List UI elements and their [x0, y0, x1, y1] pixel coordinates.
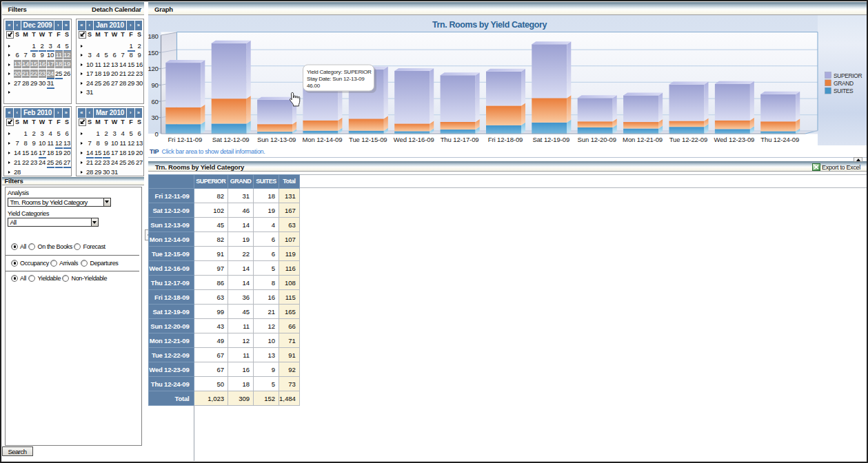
svg-text:30: 30 [152, 114, 159, 121]
svg-text:180: 180 [148, 32, 159, 40]
svg-text:120: 120 [148, 65, 159, 72]
svg-text:Mon 12-14-09: Mon 12-14-09 [302, 136, 342, 143]
svg-text:Sat 12-19-09: Sat 12-19-09 [532, 136, 569, 143]
svg-text:Thu 12-24-09: Thu 12-24-09 [760, 136, 799, 143]
svg-text:Sat 12-12-09: Sat 12-12-09 [212, 136, 250, 143]
svg-text:46.00: 46.00 [307, 83, 321, 89]
svg-text:60: 60 [152, 98, 159, 105]
svg-text:Sun 12-20-09: Sun 12-20-09 [578, 136, 616, 143]
svg-text:Thu 12-17-09: Thu 12-17-09 [441, 136, 479, 143]
svg-text:Stay Date: Sun 12-13-09: Stay Date: Sun 12-13-09 [307, 76, 365, 82]
svg-text:Fri 12-11-09: Fri 12-11-09 [168, 136, 202, 143]
svg-text:0: 0 [155, 130, 159, 138]
svg-text:Wed 12-23-09: Wed 12-23-09 [714, 136, 754, 143]
svg-text:Mon 12-21-09: Mon 12-21-09 [623, 136, 663, 143]
svg-text:Sun 12-13-09: Sun 12-13-09 [257, 136, 296, 143]
svg-text:SUITES: SUITES [834, 88, 854, 94]
svg-text:Tue 12-15-09: Tue 12-15-09 [349, 136, 387, 143]
svg-text:GRAND: GRAND [834, 80, 854, 87]
svg-text:150: 150 [148, 49, 159, 56]
svg-text:SUPERIOR: SUPERIOR [834, 72, 862, 79]
svg-text:Tue 12-22-09: Tue 12-22-09 [669, 136, 708, 143]
svg-text:Wed 12-16-09: Wed 12-16-09 [394, 136, 434, 143]
svg-text:Trn. Rooms by Yield Category: Trn. Rooms by Yield Category [432, 20, 547, 30]
svg-text:Yield Category: SUPERIOR: Yield Category: SUPERIOR [307, 69, 372, 75]
svg-text:90: 90 [152, 81, 159, 89]
svg-text:Fri 12-18-09: Fri 12-18-09 [488, 136, 523, 143]
